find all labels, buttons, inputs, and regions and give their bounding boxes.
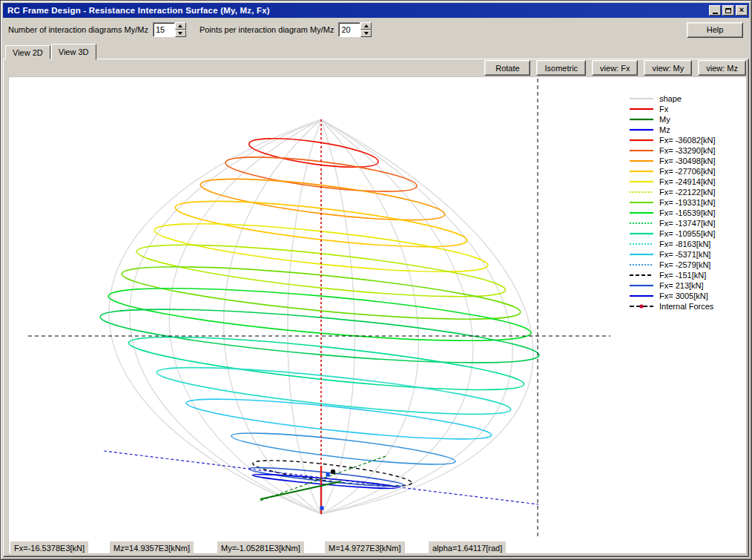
interaction-ring	[155, 358, 512, 424]
legend-item: Fx= -10955[kN]	[629, 228, 746, 239]
interaction-ring	[127, 326, 526, 401]
down-arrow-icon	[178, 32, 182, 35]
legend-swatch-icon	[629, 179, 654, 185]
down-arrow-icon	[364, 32, 369, 35]
diagrams-count-label: Number of interaction diagrams My/Mz	[8, 25, 148, 34]
legend-swatch-icon	[629, 231, 654, 237]
legend-label: My	[659, 115, 670, 124]
legend-label: Fx= -27706[kN]	[659, 167, 716, 176]
diagrams-count-up-button[interactable]	[175, 22, 186, 30]
legend-swatch-icon	[629, 158, 654, 164]
legend-label: Fx	[659, 105, 668, 113]
legend-item: Fx	[629, 104, 746, 114]
diagrams-count-input[interactable]	[153, 22, 175, 37]
legend-swatch-icon	[629, 137, 654, 143]
legend-swatch-icon	[629, 106, 654, 112]
internal-forces-point	[331, 470, 335, 474]
legend-swatch-icon	[629, 210, 654, 216]
window-title: RC Frame Design - Resistance Interaction…	[7, 6, 708, 15]
status-my: My=-1.05281E3[kNm]	[217, 541, 304, 555]
legend-label: Fx= -2579[kN]	[659, 260, 710, 269]
view-fx-button[interactable]: view: Fx	[592, 60, 638, 76]
legend-swatch-icon	[629, 241, 654, 247]
legend-item: Fx= -27706[kN]	[629, 166, 746, 177]
up-arrow-icon	[178, 24, 182, 27]
legend-label: Fx= -30498[kN]	[659, 157, 716, 165]
legend-item: Fx= -2579[kN]	[629, 260, 746, 270]
points-count-up-button[interactable]	[360, 22, 372, 30]
tab-bar: View 2D View 3D	[3, 42, 749, 59]
axis-intersection-marker	[326, 473, 330, 477]
view-mz-button[interactable]: view: Mz	[698, 60, 746, 76]
legend-item: Fx= -36082[kN]	[629, 135, 746, 145]
close-button[interactable]: ×	[736, 5, 748, 16]
legend-item: Fx= 3005[kN]	[629, 291, 746, 301]
my-axis-line	[260, 481, 341, 499]
interaction-ring	[231, 427, 457, 470]
legend-label: Fx= -8163[kN]	[659, 240, 710, 248]
rotate-button[interactable]: Rotate	[484, 60, 530, 76]
legend-item: Fx= -19331[kN]	[629, 197, 746, 208]
maximize-icon	[725, 8, 731, 13]
legend: shapeFxMyMzFx= -36082[kN]Fx= -33290[kN]F…	[629, 93, 746, 312]
help-button[interactable]: Help	[687, 22, 743, 38]
legend-label: Fx= -5371[kN]	[659, 250, 710, 259]
diagrams-count-spinner	[153, 22, 186, 37]
legend-swatch-icon	[629, 283, 654, 289]
view-my-button[interactable]: view: My	[644, 60, 692, 76]
legend-swatch-icon	[629, 220, 654, 226]
toolbar: Number of interaction diagrams My/Mz Poi…	[3, 18, 749, 42]
app-window: RC Frame Design - Resistance Interaction…	[0, 0, 752, 560]
legend-item: Internal Forces	[629, 301, 746, 312]
status-alpha: alpha=1.64117[rad]	[429, 541, 506, 555]
close-icon: ×	[739, 6, 744, 14]
legend-item: Fx= -16539[kN]	[629, 208, 746, 218]
legend-item: My	[629, 114, 746, 125]
legend-label: Fx= -33290[kN]	[659, 146, 716, 155]
legend-swatch-icon	[629, 200, 654, 205]
tab-view-2d[interactable]: View 2D	[5, 45, 50, 59]
legend-swatch-icon	[629, 303, 654, 309]
legend-swatch-icon	[629, 189, 654, 195]
interaction-ring	[199, 171, 446, 228]
legend-swatch-icon	[629, 251, 654, 257]
view-3d-page: Rotate Isometric view: Fx view: My view:…	[3, 59, 749, 557]
legend-label: Fx= -36082[kN]	[659, 136, 716, 145]
legend-swatch-icon	[629, 262, 654, 268]
legend-label: Fx= -22122[kN]	[659, 188, 716, 197]
interaction-rings	[99, 133, 541, 491]
legend-item: Fx= -5371[kN]	[629, 249, 746, 260]
legend-swatch-icon	[629, 127, 654, 133]
legend-item: Fx= -13747[kN]	[629, 218, 746, 228]
points-count-down-button[interactable]	[360, 30, 372, 37]
legend-item: Fx= -151[kN]	[629, 270, 746, 280]
legend-item: Fx= -24914[kN]	[629, 177, 746, 187]
legend-swatch-icon	[629, 272, 654, 278]
title-bar[interactable]: RC Frame Design - Resistance Interaction…	[3, 3, 749, 18]
interaction-ring	[185, 391, 492, 447]
isometric-button[interactable]: Isometric	[536, 60, 586, 76]
crosshair-lines	[28, 79, 610, 538]
legend-item: Fx= -33290[kN]	[629, 145, 746, 156]
view-buttons-row: Rotate Isometric view: Fx view: My view:…	[4, 60, 748, 77]
axis-intersection-marker	[320, 507, 324, 510]
legend-swatch-icon	[629, 116, 654, 122]
legend-item: Fx= -30498[kN]	[629, 156, 746, 166]
minimize-button[interactable]	[709, 5, 721, 16]
points-count-spinner	[338, 22, 372, 37]
interaction-surface-plot[interactable]: shapeFxMyMzFx= -36082[kN]Fx= -33290[kN]F…	[8, 76, 747, 554]
up-arrow-icon	[364, 24, 369, 27]
legend-label: Internal Forces	[659, 302, 713, 311]
status-m: M=14.9727E3[kNm]	[325, 541, 405, 555]
legend-swatch-icon	[629, 168, 654, 174]
legend-item: Mz	[629, 125, 746, 135]
shape-meridian-line	[321, 119, 354, 514]
legend-swatch-icon	[629, 148, 654, 154]
points-count-input[interactable]	[338, 22, 360, 37]
diagrams-count-down-button[interactable]	[175, 30, 186, 37]
legend-swatch-icon	[629, 293, 654, 299]
maximize-button[interactable]	[722, 5, 734, 16]
legend-label: Mz	[659, 125, 670, 134]
legend-label: Fx= -16539[kN]	[659, 208, 716, 217]
tab-view-3d[interactable]: View 3D	[51, 44, 96, 60]
